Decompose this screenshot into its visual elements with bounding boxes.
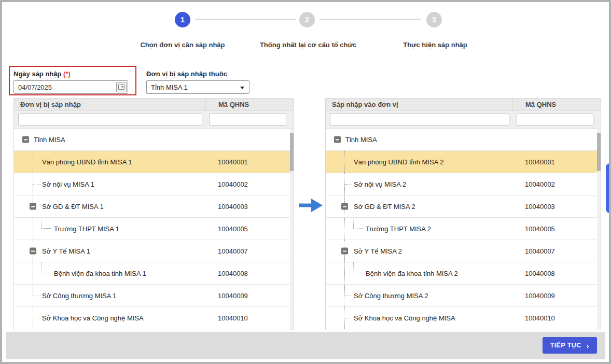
- unit-name-cell: Sở GD & ĐT MISA 1: [14, 195, 205, 217]
- unit-name-cell: Trường THPT MISA 2: [326, 218, 512, 240]
- unit-name: Văn phòng UBND tỉnh MISA 1: [42, 158, 132, 166]
- name-filter-input[interactable]: [330, 114, 509, 125]
- tree-row[interactable]: Bệnh viện đa khoa tỉnh MISA 110040008: [14, 262, 294, 285]
- unit-code: 10040010: [205, 314, 294, 322]
- step-3-label: Thực hiện sáp nhập: [403, 41, 467, 49]
- tree-row[interactable]: Sở Y Tế MISA 210040007: [326, 240, 601, 262]
- tree-row[interactable]: Sở Công thương MISA 210040009: [326, 285, 601, 307]
- unit-name-cell: Sở Y Tế MISA 1: [14, 240, 205, 262]
- collapse-panel-tab[interactable]: ‹: [606, 163, 611, 213]
- collapse-minus-icon[interactable]: [341, 248, 348, 255]
- tree-row[interactable]: Tỉnh MISA: [326, 129, 601, 151]
- tree-row[interactable]: Sở nội vụ MISA 210040002: [326, 173, 601, 195]
- unit-name-cell: Văn phòng UBND tỉnh MISA 1: [14, 151, 205, 173]
- code-filter-input[interactable]: [210, 114, 286, 125]
- unit-name: Sở nội vụ MISA 1: [42, 180, 94, 188]
- chevron-down-icon: [240, 87, 244, 89]
- unit-name: Tỉnh MISA: [34, 136, 65, 144]
- merge-wizard-window: 1 2 3 Chọn đơn vị cần sáp nhập Thống nhấ…: [0, 0, 611, 364]
- tree-line: [33, 262, 33, 284]
- unit-code: 10040008: [205, 270, 294, 277]
- tree-branch-icon: [345, 162, 352, 162]
- tree-row[interactable]: Văn phòng UBND tỉnh MISA 210040001: [326, 151, 601, 173]
- unit-name: Tỉnh MISA: [345, 136, 377, 144]
- unit-code: 10040003: [205, 203, 294, 211]
- collapse-minus-icon[interactable]: [334, 136, 341, 143]
- collapse-minus-icon[interactable]: [30, 203, 36, 210]
- unit-name: Trường THPT MISA 2: [366, 225, 431, 233]
- table-header: Sáp nhập vào đơn vị Mã QHNS: [326, 99, 601, 110]
- filter-row: [14, 110, 294, 129]
- tree-branch-icon: [33, 318, 40, 318]
- tree-row[interactable]: Sở Công thương MISA 110040009: [14, 285, 294, 307]
- tree-row[interactable]: Trường THPT MISA 210040005: [326, 218, 601, 240]
- tree-row[interactable]: Văn phòng UBND tỉnh MISA 110040001: [14, 151, 294, 173]
- unit-name-cell: Sở nội vụ MISA 2: [326, 173, 512, 195]
- unit-name: Sở Y Tế MISA 1: [42, 247, 90, 255]
- step-2-circle: 2: [299, 12, 315, 27]
- chevron-left-icon: ‹: [609, 184, 611, 192]
- parent-unit-value: Tỉnh MISA 1: [151, 83, 188, 91]
- parent-unit-label: Đơn vị bị sáp nhập thuộc: [146, 70, 227, 78]
- tree-row[interactable]: Sở nội vụ MISA 110040002: [14, 173, 294, 195]
- collapse-minus-icon[interactable]: [22, 136, 29, 143]
- tree-corner-icon: [41, 218, 51, 229]
- unit-name: Sở nội vụ MISA 2: [354, 180, 406, 188]
- required-mark: (*): [63, 70, 71, 78]
- unit-name-cell: Sở Khoa học và Công nghệ MISA: [14, 307, 205, 329]
- tree-line: [344, 262, 345, 284]
- calendar-button[interactable]: [116, 82, 127, 92]
- unit-name: Văn phòng UBND tỉnh MISA 2: [354, 158, 443, 166]
- step-connector-line: [320, 19, 421, 20]
- merge-date-input[interactable]: [13, 80, 128, 94]
- tree-row[interactable]: Sở Y Tế MISA 110040007: [14, 240, 294, 262]
- step-connector-line: [195, 19, 296, 20]
- collapse-minus-icon[interactable]: [30, 248, 36, 255]
- merge-date-field: [13, 80, 128, 94]
- unit-code: 10040005: [205, 225, 294, 233]
- merge-arrow-icon: [298, 197, 324, 214]
- tree-row[interactable]: Trường THPT MISA 110040005: [14, 218, 294, 240]
- unit-name: Trường THPT MISA 1: [54, 225, 119, 233]
- unit-code: 10040007: [512, 247, 601, 255]
- name-filter-input[interactable]: [18, 114, 202, 125]
- tree-branch-icon: [345, 184, 352, 185]
- scrollbar-thumb[interactable]: [597, 133, 601, 171]
- unit-code: 10040005: [512, 225, 601, 233]
- left-tree-body: Tỉnh MISAVăn phòng UBND tỉnh MISA 110040…: [14, 129, 294, 329]
- step-1-circle: 1: [175, 12, 190, 27]
- tree-corner-icon: [353, 262, 363, 273]
- unit-name-cell: Sở nội vụ MISA 1: [14, 173, 205, 195]
- tree-row[interactable]: Bệnh viện đa khoa tỉnh MISA 210040008: [326, 262, 601, 285]
- unit-name: Sở Công thương MISA 1: [42, 292, 117, 300]
- tree-row[interactable]: Tỉnh MISA: [14, 129, 294, 151]
- unit-name: Bệnh viện đa khoa tỉnh MISA 2: [366, 270, 458, 277]
- continue-button[interactable]: TIẾP TỤC ›: [543, 337, 597, 354]
- tree-row[interactable]: Sở GD & ĐT MISA 110040003: [14, 195, 294, 218]
- source-units-panel: Đơn vị bị sáp nhập Mã QHNS Tỉnh MISAVăn …: [13, 98, 294, 330]
- unit-code: 10040001: [205, 158, 294, 166]
- tree-branch-icon: [33, 296, 40, 296]
- unit-name: Sở GD & ĐT MISA 2: [354, 203, 415, 211]
- scrollbar-thumb[interactable]: [290, 133, 294, 171]
- code-filter-input[interactable]: [517, 114, 593, 125]
- tree-row[interactable]: Sở Khoa học và Công nghệ MISA10040010: [326, 307, 601, 329]
- tree-row[interactable]: Sở Khoa học và Công nghệ MISA10040010: [14, 307, 294, 329]
- unit-name-cell: Sở Khoa học và Công nghệ MISA: [326, 307, 512, 329]
- calendar-icon: [118, 85, 124, 90]
- tree-branch-icon: [345, 318, 352, 318]
- tree-row[interactable]: Sở GD & ĐT MISA 210040003: [326, 195, 601, 218]
- code-column-header: Mã QHNS: [205, 99, 294, 110]
- continue-button-label: TIẾP TỤC: [550, 342, 581, 349]
- unit-name-cell: Bệnh viện đa khoa tỉnh MISA 1: [14, 262, 205, 284]
- parent-unit-select[interactable]: Tỉnh MISA 1: [146, 80, 249, 94]
- unit-name: Sở Y Tế MISA 2: [354, 247, 402, 255]
- chevron-right-icon: ›: [587, 342, 589, 349]
- name-column-header: Sáp nhập vào đơn vị: [326, 101, 512, 108]
- scrollbar[interactable]: [290, 129, 294, 330]
- scrollbar[interactable]: [597, 129, 601, 330]
- unit-name-cell: Sở Công thương MISA 1: [14, 285, 205, 306]
- collapse-minus-icon[interactable]: [341, 203, 348, 210]
- unit-code: 10040002: [205, 180, 294, 188]
- unit-name: Sở Công thương MISA 2: [354, 292, 428, 300]
